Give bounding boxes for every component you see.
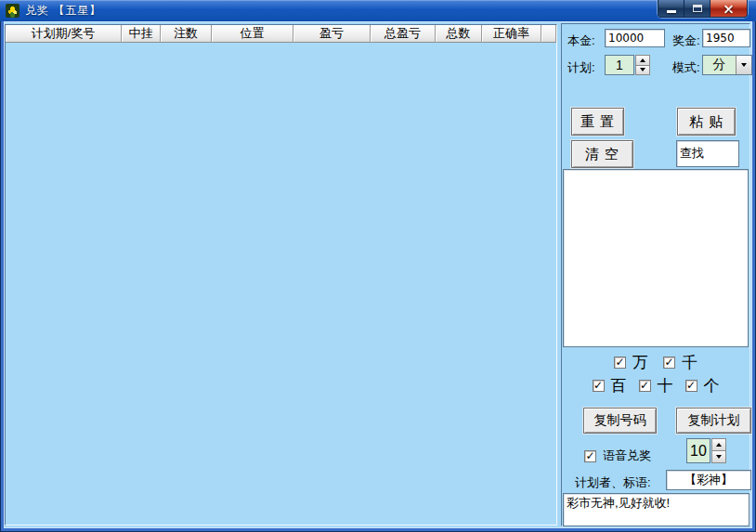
up-arrow-icon — [640, 58, 645, 62]
checkbox-icon — [639, 380, 651, 392]
digit-checkbox-ge[interactable]: 个 — [685, 375, 720, 396]
listview-header: 计划期/奖号 中挂 注数 位置 盈亏 总盈亏 总数 正确率 — [6, 25, 556, 43]
digit-label-shi: 十 — [658, 375, 673, 396]
checkbox-icon — [663, 357, 675, 369]
column-header-period[interactable]: 计划期/奖号 — [6, 25, 122, 43]
maximize-button[interactable] — [684, 0, 710, 18]
down-arrow-icon — [716, 455, 722, 459]
digit-checkbox-qian[interactable]: 千 — [663, 352, 697, 373]
plan-spinner: 1 — [605, 55, 650, 75]
app-flower-icon — [6, 4, 20, 18]
find-input[interactable] — [676, 140, 739, 167]
interval-spinner-buttons — [711, 438, 726, 463]
window-title: 兑奖 【五星】 — [25, 3, 101, 19]
interval-spinner-up-button[interactable] — [711, 438, 726, 451]
column-header-bets[interactable]: 注数 — [161, 25, 212, 43]
numbers-listbox[interactable] — [563, 169, 749, 347]
digit-checkbox-shi[interactable]: 十 — [639, 375, 673, 396]
title-bar: 兑奖 【五星】 — [0, 0, 756, 21]
column-header-hit[interactable]: 中挂 — [122, 25, 161, 43]
mode-dropdown-value: 分 — [703, 56, 736, 74]
plan-spinner-value[interactable]: 1 — [605, 55, 634, 75]
digit-label-ge: 个 — [704, 375, 720, 396]
column-header-total[interactable]: 总数 — [436, 25, 482, 43]
mode-label: 模式: — [672, 59, 700, 76]
plan-spinner-down-button[interactable] — [635, 66, 650, 76]
checkbox-icon — [614, 357, 626, 369]
up-arrow-icon — [716, 443, 722, 447]
planner-input[interactable] — [666, 470, 751, 490]
close-icon — [723, 4, 735, 14]
column-header-blank[interactable] — [541, 25, 556, 43]
maximize-icon — [693, 5, 702, 12]
prize-input[interactable] — [702, 29, 750, 47]
voice-checkbox[interactable]: 语音兑奖 — [584, 448, 651, 464]
clear-button[interactable]: 清 空 — [571, 140, 633, 168]
checkbox-icon — [584, 450, 596, 462]
column-header-position[interactable]: 位置 — [212, 25, 293, 43]
digit-label-qian: 千 — [682, 352, 697, 373]
interval-spinner-down-button[interactable] — [711, 451, 726, 463]
results-listview: 计划期/奖号 中挂 注数 位置 盈亏 总盈亏 总数 正确率 — [5, 24, 557, 526]
prize-label: 奖金: — [672, 32, 700, 49]
digit-label-bai: 百 — [611, 375, 627, 396]
digit-checkbox-row-2: 百 十 个 — [562, 375, 749, 396]
slogan-text: 彩市无神,见好就收! — [567, 496, 670, 510]
principal-label: 本金: — [567, 32, 595, 49]
app-window: 兑奖 【五星】 计划期/奖号 中挂 注数 位置 盈亏 总盈亏 总数 — [0, 0, 756, 532]
voice-label: 语音兑奖 — [603, 448, 651, 464]
copy-number-button[interactable]: 复制号码 — [583, 408, 657, 434]
digit-checkbox-wan[interactable]: 万 — [614, 352, 648, 373]
close-button[interactable] — [710, 0, 748, 18]
interval-spinner: 10 — [686, 438, 726, 463]
mode-dropdown-button[interactable] — [736, 56, 751, 74]
mode-dropdown[interactable]: 分 — [702, 55, 752, 75]
interval-spinner-value[interactable]: 10 — [686, 438, 710, 463]
checkbox-icon — [593, 380, 605, 392]
minimize-button[interactable] — [658, 0, 684, 18]
copy-plan-button[interactable]: 复制计划 — [676, 408, 751, 434]
control-panel: 本金: 奖金: 计划: 1 模式: 分 重 置 粘 贴 清 空 — [561, 23, 750, 526]
plan-spinner-buttons — [635, 55, 650, 75]
results-list-body[interactable] — [6, 43, 556, 525]
paste-button[interactable]: 粘 贴 — [677, 108, 736, 136]
plan-spinner-up-button[interactable] — [635, 55, 650, 66]
column-header-accuracy[interactable]: 正确率 — [482, 25, 541, 43]
digit-checkbox-row-1: 万 千 — [562, 352, 749, 373]
slogan-textbox[interactable]: 彩市无神,见好就收! — [563, 493, 749, 526]
client-area: 计划期/奖号 中挂 注数 位置 盈亏 总盈亏 总数 正确率 本金: 奖金: 计划… — [4, 21, 752, 528]
principal-input[interactable] — [605, 29, 665, 47]
minimize-icon — [667, 10, 676, 13]
column-header-profit[interactable]: 盈亏 — [293, 25, 371, 43]
checkbox-icon — [685, 380, 697, 392]
plan-label: 计划: — [567, 59, 595, 76]
down-arrow-icon — [640, 68, 645, 71]
reset-button[interactable]: 重 置 — [571, 108, 624, 136]
column-header-total-profit[interactable]: 总盈亏 — [371, 25, 436, 43]
window-controls — [658, 0, 748, 18]
digit-label-wan: 万 — [632, 352, 648, 373]
dropdown-arrow-icon — [741, 63, 747, 67]
planner-label: 计划者、标语: — [575, 474, 651, 491]
digit-checkbox-bai[interactable]: 百 — [593, 375, 627, 396]
